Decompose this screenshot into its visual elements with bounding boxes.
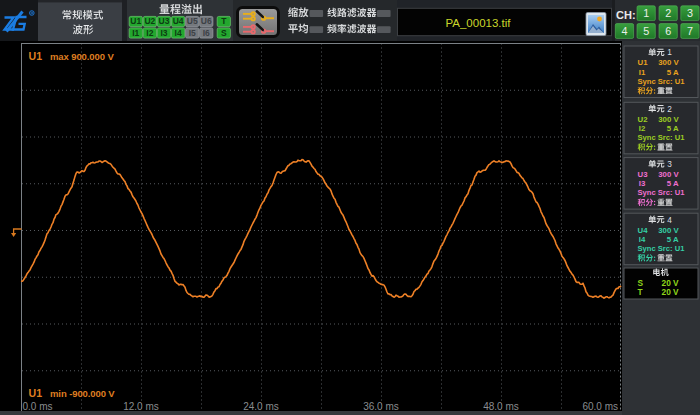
svg-text:U5: U5 (187, 16, 198, 26)
svg-text:Sync Src: U1: Sync Src: U1 (638, 77, 686, 86)
svg-text:36.0 ms: 36.0 ms (363, 401, 399, 412)
svg-text:U4: U4 (638, 226, 649, 235)
svg-text:I6: I6 (203, 28, 210, 38)
svg-text:U1: U1 (29, 50, 43, 62)
svg-text:U6: U6 (201, 16, 212, 26)
svg-text:I2: I2 (146, 28, 153, 38)
svg-text:5 A: 5 A (667, 124, 679, 133)
svg-text:48.0 ms: 48.0 ms (483, 401, 519, 412)
svg-text:T: T (638, 287, 643, 297)
svg-text:20 V: 20 V (662, 287, 680, 297)
svg-text:U1: U1 (638, 58, 649, 67)
svg-text:I1: I1 (132, 28, 139, 38)
svg-text:U3: U3 (159, 16, 170, 26)
svg-text:12.0 ms: 12.0 ms (123, 401, 159, 412)
svg-text:60.0 ms: 60.0 ms (582, 401, 618, 412)
svg-text:I5: I5 (189, 28, 196, 38)
svg-text:Sync Src: U1: Sync Src: U1 (638, 244, 686, 253)
svg-text:300 V: 300 V (658, 226, 679, 235)
svg-text:U1: U1 (29, 387, 43, 399)
svg-text:U2: U2 (638, 115, 649, 124)
svg-text:7: 7 (687, 25, 693, 37)
svg-text:5: 5 (643, 25, 649, 37)
svg-text:I1: I1 (639, 68, 646, 77)
svg-text:300 V: 300 V (658, 58, 679, 67)
svg-text:U2: U2 (144, 16, 155, 26)
svg-text:T: T (221, 16, 227, 26)
svg-text:300 V: 300 V (658, 115, 679, 124)
svg-text:1: 1 (667, 47, 672, 57)
svg-text:I4: I4 (175, 28, 182, 38)
svg-text:CH:: CH: (616, 9, 636, 21)
svg-text:U3: U3 (638, 170, 649, 179)
svg-text:U1: U1 (130, 16, 141, 26)
svg-text:max 900.000 V: max 900.000 V (50, 51, 114, 62)
svg-text:min -900.000 V: min -900.000 V (50, 388, 115, 399)
svg-text:I4: I4 (639, 235, 646, 244)
svg-text:3: 3 (687, 7, 693, 19)
svg-text:5 A: 5 A (667, 235, 679, 244)
svg-text:3: 3 (667, 159, 672, 169)
svg-text:Sync Src: U1: Sync Src: U1 (638, 133, 686, 142)
svg-text:5 A: 5 A (667, 68, 679, 77)
svg-text:I3: I3 (639, 179, 646, 188)
svg-text:1: 1 (643, 7, 649, 19)
svg-text:U4: U4 (173, 16, 184, 26)
svg-text:24.0 ms: 24.0 ms (243, 401, 279, 412)
svg-text:I2: I2 (639, 124, 646, 133)
svg-text:5 A: 5 A (667, 179, 679, 188)
svg-text:PA_00013.tif: PA_00013.tif (445, 17, 511, 29)
svg-text:S: S (221, 28, 227, 38)
svg-text:I3: I3 (160, 28, 167, 38)
svg-text:Sync Src: U1: Sync Src: U1 (638, 188, 686, 197)
svg-text:0.0 ms: 0.0 ms (23, 401, 53, 412)
svg-text:2: 2 (665, 7, 671, 19)
svg-text:4: 4 (667, 215, 672, 225)
svg-text:6: 6 (665, 25, 671, 37)
svg-text:2: 2 (667, 104, 672, 114)
svg-text:300 V: 300 V (658, 170, 679, 179)
svg-text:4: 4 (621, 25, 627, 37)
